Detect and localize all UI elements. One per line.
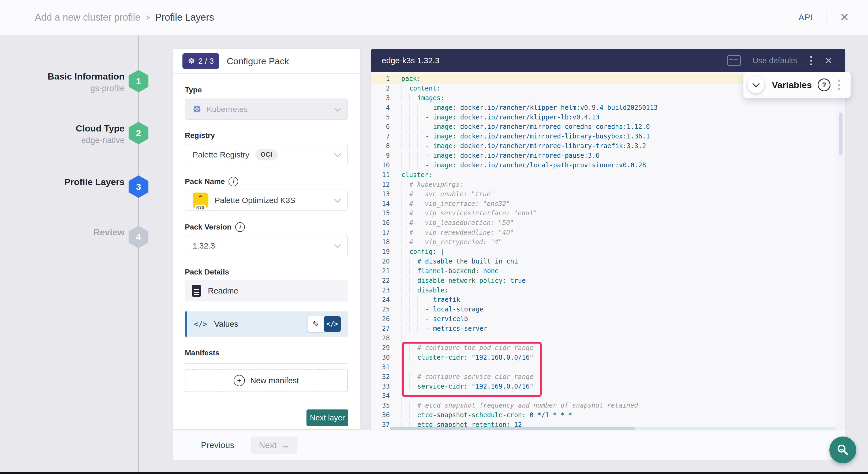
code-line[interactable]: 32 # configure service cidr range	[371, 372, 845, 382]
editor-menu-icon[interactable]	[809, 55, 813, 66]
step-number-hexagon[interactable]: 2	[129, 122, 148, 144]
breadcrumb-parent[interactable]: Add a new cluster profile	[35, 12, 141, 23]
horizontal-scrollbar-thumb[interactable]	[390, 426, 635, 430]
wizard-footer: Previous Next →	[173, 430, 845, 460]
vertical-scrollbar-thumb[interactable]	[839, 113, 842, 155]
oci-badge: OCI	[255, 149, 278, 160]
step-number-hexagon[interactable]: 1	[129, 70, 148, 92]
breadcrumb: Add a new cluster profile > Profile Laye…	[35, 12, 214, 23]
yaml-editor-panel: edge-k3s 1.32.3 Use defaults ✕ 1pack:2 c…	[371, 49, 845, 430]
code-line[interactable]: 20 # disable the built in cni	[371, 257, 845, 266]
new-manifest-label: New manifest	[250, 376, 299, 385]
code-line[interactable]: 24 - traefik	[371, 295, 845, 305]
code-line[interactable]: 5 - image: docker.io/rancher/klipper-lb:…	[371, 113, 845, 122]
step-subtitle: edge-native	[12, 134, 125, 147]
code-line[interactable]: 12 # kubevipArgs:	[371, 180, 845, 190]
step-number-hexagon[interactable]: 4	[129, 226, 148, 248]
code-line[interactable]: 36 etcd-snapshot-schedule-cron: 0 */1 * …	[371, 411, 845, 420]
k3s-tag: K3S	[195, 204, 206, 210]
edit-values-button[interactable]: ✎	[308, 316, 324, 332]
code-icon: </>	[326, 320, 338, 328]
info-icon[interactable]: i	[235, 222, 245, 232]
code-line[interactable]: 19 config: |	[371, 247, 845, 257]
code-line[interactable]: 31	[371, 362, 845, 372]
code-line[interactable]: 10 - image: docker.io/rancher/local-path…	[371, 161, 845, 170]
next-layer-button[interactable]: Next layer	[307, 409, 348, 426]
info-icon[interactable]: i	[228, 177, 238, 186]
type-select[interactable]: ☸ Kubernetes	[185, 99, 348, 120]
code-line[interactable]: 11cluster:	[371, 170, 845, 180]
code-line[interactable]: 13 # svc_enable: "true"	[371, 190, 845, 199]
configure-pack-header: ☸ 2 / 3 Configure Pack	[173, 49, 360, 74]
pack-name-label-text: Pack Name	[185, 177, 225, 186]
code-line[interactable]: 18 # vip_retryperiod: "4"	[371, 238, 845, 247]
code-line[interactable]: 27 - metrics-server	[371, 324, 845, 334]
step-number-hexagon[interactable]: 3	[129, 176, 148, 198]
code-line[interactable]: 23 disable:	[371, 286, 845, 295]
values-tab[interactable]: </> Values ✎ </>	[185, 311, 348, 337]
code-line[interactable]: 21 flannel-backend: none	[371, 266, 845, 276]
chevron-down-icon	[334, 241, 341, 248]
variables-title: Variables	[772, 80, 812, 90]
step-title: Basic Information	[12, 70, 125, 82]
code-line[interactable]: 33 service-cidr: "192.169.0.0/16"	[371, 382, 845, 391]
registry-label: Registry	[185, 131, 215, 140]
code-line[interactable]: 35 # etcd snapshot frequency and number …	[371, 401, 845, 411]
variables-menu-icon[interactable]	[837, 78, 841, 91]
pack-name-select[interactable]: ⌃ K3S Palette Optimized K3S	[185, 190, 348, 211]
code-line[interactable]: 30 cluster-cidr: "192.168.0.0/16"	[371, 353, 845, 362]
step-subtitle: gs-profile	[12, 82, 125, 95]
code-line[interactable]: 22 disable-network-policy: true	[371, 276, 845, 286]
code-line[interactable]: 26 - servicelb	[371, 314, 845, 324]
next-label: Next	[259, 440, 277, 450]
chevron-down-icon	[334, 150, 341, 157]
code-line[interactable]: 29 # configure the pod cidr range	[371, 343, 845, 353]
step-labels: Review	[12, 226, 125, 238]
chevron-down-icon	[752, 80, 760, 88]
stepper-step-basic-information[interactable]: Basic Informationgs-profile1	[0, 68, 173, 102]
registry-select[interactable]: Palette Registry OCI	[185, 144, 348, 165]
variables-collapse-button[interactable]	[748, 76, 764, 93]
help-icon[interactable]: ?	[818, 78, 831, 91]
api-link[interactable]: API	[799, 12, 813, 23]
code-line[interactable]: 8 - image: docker.io/rancher/mirrored-li…	[371, 141, 845, 151]
code-line[interactable]: 25 - local-storage	[371, 305, 845, 314]
code-line[interactable]: 7 - image: docker.io/rancher/mirrored-li…	[371, 132, 845, 141]
screen-bottom-edge	[0, 472, 868, 474]
use-defaults-button[interactable]: Use defaults	[752, 56, 797, 65]
stepper-steps: Basic Informationgs-profile1Cloud Typeed…	[0, 0, 173, 474]
code-view-button[interactable]: </>	[323, 316, 341, 332]
pack-version-value: 1.32.3	[193, 241, 215, 250]
stepper-step-review[interactable]: Review4	[0, 224, 173, 258]
pack-version-select[interactable]: 1.32.3	[185, 235, 348, 256]
search-fab-button[interactable]	[830, 437, 856, 463]
step-title: Review	[12, 226, 125, 238]
editor-body[interactable]: 1pack:2 content:3 images:4 - image: dock…	[371, 72, 845, 430]
readme-tab[interactable]: Readme	[185, 280, 348, 302]
code-line[interactable]: 16 # vip_leaseduration: "50"	[371, 218, 845, 228]
code-line[interactable]: 28	[371, 334, 845, 343]
previous-button[interactable]: Previous	[201, 440, 235, 450]
stepper-step-profile-layers[interactable]: Profile Layers3	[0, 173, 173, 208]
horizontal-scrollbar[interactable]	[390, 426, 836, 430]
new-manifest-button[interactable]: + New manifest	[185, 369, 348, 392]
step-title: Cloud Type	[12, 122, 125, 134]
step-labels: Basic Informationgs-profile	[12, 70, 125, 95]
code-line[interactable]: 4 - image: docker.io/rancher/klipper-hel…	[371, 103, 845, 113]
diff-view-icon[interactable]	[727, 55, 741, 66]
close-icon[interactable]: ✕	[839, 11, 849, 23]
next-button[interactable]: Next →	[251, 437, 298, 454]
code-line[interactable]: 14 # vip_interface: "ens32"	[371, 199, 845, 209]
type-label: Type	[185, 86, 202, 94]
code-line[interactable]: 17 # vip_renewdeadline: "40"	[371, 228, 845, 238]
code-line[interactable]: 34	[371, 391, 845, 401]
code-line[interactable]: 6 - image: docker.io/rancher/mirrored-co…	[371, 122, 845, 132]
kubernetes-icon: ☸	[193, 104, 201, 115]
pencil-icon: ✎	[312, 319, 319, 329]
code-line[interactable]: 9 - image: docker.io/rancher/mirrored-pa…	[371, 151, 845, 161]
code-line[interactable]: 15 # vip_servicesinterface: "eno1"	[371, 209, 845, 218]
stepper-step-cloud-type[interactable]: Cloud Typeedge-native2	[0, 120, 173, 155]
vertical-scrollbar[interactable]	[836, 72, 845, 430]
arrow-right-icon: →	[281, 440, 289, 450]
editor-close-icon[interactable]: ✕	[825, 56, 833, 65]
